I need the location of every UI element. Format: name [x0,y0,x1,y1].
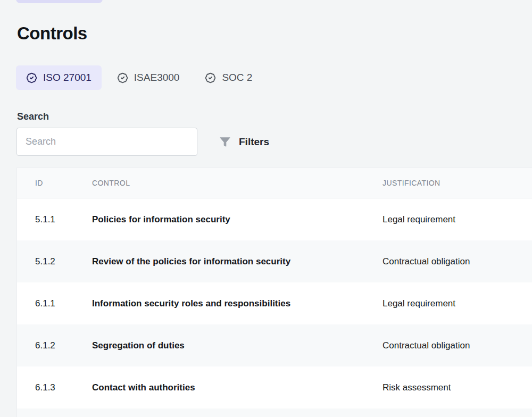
column-header-justification: JUSTIFICATION [383,179,532,187]
control-justification: Contractual obligation [383,340,532,351]
tab-label: SOC 2 [222,72,252,84]
tab-isae3000[interactable]: ISAE3000 [107,65,190,90]
search-label: Search [17,111,49,122]
table-row[interactable]: 6.1.3 Contact with authorities Risk asse… [17,366,532,408]
control-justification: Legal requirement [383,214,532,225]
table-row[interactable]: 6.1.1 Information security roles and res… [17,282,532,324]
control-name: Policies for information security [92,214,383,225]
control-justification: Risk assessment [383,382,532,393]
framework-tabs: ISO 27001 ISAE3000 SOC 2 [16,65,262,90]
page-title: Controls [17,23,87,44]
table-header-row: ID CONTROL JUSTIFICATION [17,168,532,198]
badge-check-icon [117,72,128,84]
control-id: 6.1.3 [17,382,92,393]
tab-label: ISO 27001 [43,72,92,84]
table-row[interactable]: 6.1.2 Segregation of duties Contractual … [17,324,532,366]
control-id: 6.1.2 [17,340,92,351]
table-row-partial [17,408,532,417]
tab-soc-2[interactable]: SOC 2 [195,65,262,90]
badge-check-icon [26,72,37,84]
control-id: 6.1.1 [17,298,92,309]
table-row[interactable]: 5.1.1 Policies for information security … [17,198,532,240]
filters-button[interactable]: Filters [219,128,269,156]
control-justification: Legal requirement [383,298,532,309]
filters-label: Filters [239,136,269,148]
control-id: 5.1.1 [17,214,92,225]
table-row[interactable]: 5.1.2 Review of the policies for informa… [17,240,532,282]
controls-table: ID CONTROL JUSTIFICATION 5.1.1 Policies … [16,168,532,417]
control-name: Review of the policies for information s… [92,256,383,267]
control-id: 5.1.2 [17,256,92,267]
badge-check-icon [205,72,216,84]
control-name: Information security roles and responsib… [92,298,383,309]
tab-iso-27001[interactable]: ISO 27001 [16,65,102,90]
filter-icon [219,136,231,148]
control-name: Segregation of duties [92,340,383,351]
control-justification: Contractual obligation [383,256,532,267]
search-input[interactable] [16,128,197,156]
column-header-id: ID [17,179,92,187]
column-header-control: CONTROL [92,179,383,187]
tab-label: ISAE3000 [134,72,180,84]
cropped-top-pill[interactable] [16,0,103,3]
control-name: Contact with authorities [92,382,383,393]
